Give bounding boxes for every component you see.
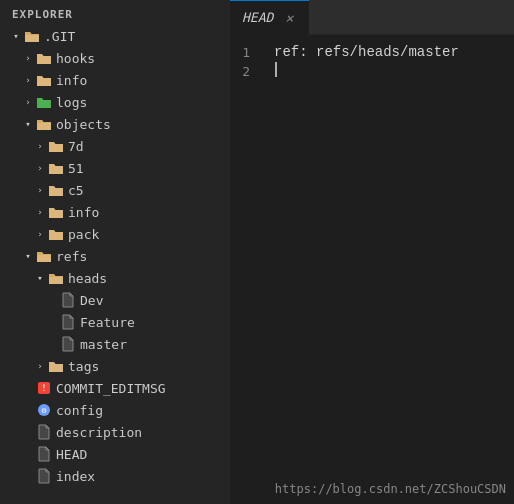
tree-item-info2[interactable]: info [0,201,230,223]
tree-item-7d[interactable]: 7d [0,135,230,157]
tree-item-tags[interactable]: tags [0,355,230,377]
code-area[interactable]: ref: refs/heads/master [270,43,514,504]
chevron-7d [32,138,48,154]
file-tree: .GIT hooks info logs objects 7d 51 c5 in… [0,25,230,487]
no-chevron-Feature [44,314,60,330]
chevron-refs [20,248,36,264]
tree-item-HEAD[interactable]: HEAD [0,443,230,465]
no-chevron-index [20,468,36,484]
code-line-1: ref: refs/heads/master [274,43,514,62]
chevron-logs [20,94,36,110]
no-chevron-description [20,424,36,440]
item-label-master: master [80,337,127,352]
editor-panel: HEAD × 1 2 ref: refs/heads/master https:… [230,0,514,504]
item-label-config: config [56,403,103,418]
chevron-c5 [32,182,48,198]
tree-item-master[interactable]: master [0,333,230,355]
item-label-tags: tags [68,359,99,374]
item-label-git-root: .GIT [44,29,75,44]
no-chevron-config [20,402,36,418]
item-label-logs: logs [56,95,87,110]
tab-head[interactable]: HEAD × [230,0,309,35]
chevron-pack [32,226,48,242]
text-cursor [275,62,277,77]
code-text-1: ref: refs/heads/master [274,43,459,62]
chevron-info [20,72,36,88]
item-label-c5: c5 [68,183,84,198]
no-chevron-master [44,336,60,352]
svg-text:!: ! [42,384,47,393]
chevron-git-root [8,28,24,44]
editor-content: 1 2 ref: refs/heads/master [230,35,514,504]
item-label-index: index [56,469,95,484]
tree-item-info[interactable]: info [0,69,230,91]
item-label-heads: heads [68,271,107,286]
tree-item-refs[interactable]: refs [0,245,230,267]
svg-text:⚙: ⚙ [42,406,47,415]
chevron-objects [20,116,36,132]
no-chevron-Dev [44,292,60,308]
item-label-info2: info [68,205,99,220]
chevron-heads [32,270,48,286]
tree-item-Feature[interactable]: Feature [0,311,230,333]
tree-item-pack[interactable]: pack [0,223,230,245]
item-label-refs: refs [56,249,87,264]
item-label-Feature: Feature [80,315,135,330]
tree-item-COMMIT_EDITMSG[interactable]: ! COMMIT_EDITMSG [0,377,230,399]
tree-item-hooks[interactable]: hooks [0,47,230,69]
sidebar-header: EXPLORER [0,0,230,25]
chevron-tags [32,358,48,374]
watermark: https://blog.csdn.net/ZCShouCSDN [275,482,506,496]
item-label-COMMIT_EDITMSG: COMMIT_EDITMSG [56,381,166,396]
item-label-51: 51 [68,161,84,176]
chevron-info2 [32,204,48,220]
tree-item-git-root[interactable]: .GIT [0,25,230,47]
item-label-description: description [56,425,142,440]
item-label-Dev: Dev [80,293,103,308]
line-number-1: 1 [230,43,258,62]
tab-bar: HEAD × [230,0,514,35]
item-label-HEAD: HEAD [56,447,87,462]
tree-item-description[interactable]: description [0,421,230,443]
no-chevron-COMMIT_EDITMSG [20,380,36,396]
item-label-objects: objects [56,117,111,132]
line-number-2: 2 [230,62,258,81]
tree-item-objects[interactable]: objects [0,113,230,135]
code-line-2 [274,62,514,77]
tab-close-button[interactable]: × [281,10,297,26]
item-label-hooks: hooks [56,51,95,66]
tab-label: HEAD [242,10,273,25]
tree-item-index[interactable]: index [0,465,230,487]
tree-item-51[interactable]: 51 [0,157,230,179]
tree-item-config[interactable]: ⚙ config [0,399,230,421]
item-label-info: info [56,73,87,88]
tree-item-logs[interactable]: logs [0,91,230,113]
item-label-pack: pack [68,227,99,242]
sidebar: EXPLORER .GIT hooks info logs objects 7d… [0,0,230,504]
item-label-7d: 7d [68,139,84,154]
chevron-hooks [20,50,36,66]
tree-item-heads[interactable]: heads [0,267,230,289]
no-chevron-HEAD [20,446,36,462]
chevron-51 [32,160,48,176]
tree-item-Dev[interactable]: Dev [0,289,230,311]
line-numbers: 1 2 [230,43,270,504]
tree-item-c5[interactable]: c5 [0,179,230,201]
